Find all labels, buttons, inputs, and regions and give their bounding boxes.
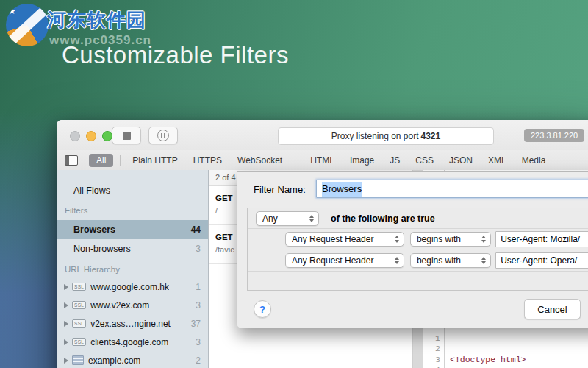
stop-button[interactable] (112, 127, 141, 144)
tab-websocket[interactable]: WebSocket (237, 155, 282, 166)
flow-count-badge: 44 (191, 224, 201, 235)
flow-count-badge: 3 (196, 337, 201, 347)
disclosure-triangle-icon[interactable] (64, 339, 68, 345)
tab-js[interactable]: JS (390, 155, 400, 166)
match-mode-row: Any of the following are true (248, 208, 588, 229)
pause-button[interactable] (148, 127, 178, 144)
sidebar-item-all-flows[interactable]: All Flows (57, 182, 208, 199)
tab-separator (120, 155, 121, 166)
host-label: www.google.com.hk (90, 282, 169, 292)
sidebar-host-row[interactable]: SSL v2ex.ass…ngine.net 37 (57, 314, 208, 333)
close-button[interactable] (70, 131, 80, 141)
host-label: clients4.google.com (90, 337, 168, 347)
rule-value-input[interactable]: User-Agent: Mozilla/ (495, 231, 588, 247)
filter-name-label: Filter Name: (254, 184, 306, 195)
star-icon: ★ (8, 6, 16, 16)
sidebar-host-row[interactable]: SSL clients4.google.com 3 (57, 333, 208, 351)
screenshot-stage: ★ 河东软件园 www.pc0359.cn Customizable Filte… (0, 0, 588, 368)
selected-text: Browsers (322, 182, 362, 197)
ip-address-badge: 223.3.81.220 (524, 129, 584, 142)
disclosure-triangle-icon[interactable] (64, 321, 68, 327)
tab-plain-http[interactable]: Plain HTTP (132, 155, 177, 166)
empty-rule-row (248, 272, 588, 290)
flow-count-badge: 2 (196, 355, 201, 366)
sidebar-item-label: Browsers (74, 224, 115, 235)
tab-xml[interactable]: XML (488, 155, 506, 166)
filter-name-input[interactable]: Browsers (316, 180, 588, 198)
pause-icon (157, 130, 169, 141)
sidebar-host-row[interactable]: SSL www.v2ex.com 3 (57, 296, 208, 314)
sidebar-item-non-browsers[interactable]: Non-browsers 3 (57, 239, 208, 258)
popup-stepper-icon (481, 236, 486, 243)
proxy-status-text: Proxy listening on port (331, 131, 419, 141)
host-list-icon (72, 355, 84, 365)
rule-value-input[interactable]: User-Agent: Opera/ (495, 252, 588, 269)
stop-icon (123, 132, 131, 140)
host-label: v2ex.ass…ngine.net (90, 319, 171, 329)
filter-tabs-bar: All Plain HTTP HTTPS WebSocket HTML Imag… (57, 150, 588, 171)
line-number: 2 (423, 344, 440, 354)
help-button[interactable]: ? (254, 300, 271, 318)
tab-image[interactable]: Image (350, 155, 374, 166)
flow-count-badge: 1 (196, 282, 201, 292)
watermark-logo-icon: ★ (6, 4, 49, 46)
ssl-badge: SSL (72, 338, 86, 346)
code-line: <!doctype html> (450, 355, 588, 365)
ssl-badge: SSL (72, 319, 86, 328)
match-mode-text: of the following are true (331, 213, 435, 224)
tab-css[interactable]: CSS (415, 155, 434, 166)
rule-row: Any Request Header begins with User-Agen… (248, 250, 588, 272)
page-title: Customizable Filters (62, 41, 289, 69)
rule-operator-popup[interactable]: begins with (410, 253, 491, 268)
disclosure-triangle-icon[interactable] (64, 358, 68, 364)
flow-count-badge: 37 (191, 319, 201, 329)
popup-stepper-icon (395, 257, 399, 264)
tab-separator (298, 155, 298, 166)
watermark-site-name: 河东软件园 (47, 7, 146, 33)
sidebar: All Flows Filters Browsers 44 Non-browse… (57, 170, 209, 368)
proxy-port: 4321 (421, 131, 441, 141)
sidebar-item-label: Non-browsers (74, 244, 131, 254)
line-number: 4 (423, 365, 440, 368)
sidebar-host-row[interactable]: example.com 2 (57, 351, 208, 368)
host-label: www.v2ex.com (90, 300, 149, 311)
host-label: example.com (88, 355, 140, 366)
disclosure-triangle-icon[interactable] (64, 284, 68, 290)
titlebar[interactable]: Proxy listening on port 4321 223.3.81.22… (57, 120, 588, 150)
flow-count-badge: 3 (196, 300, 201, 311)
rule-row: Any Request Header begins with User-Agen… (248, 229, 588, 250)
filter-edit-dialog: Filter Name: Browsers Any of the followi… (237, 171, 588, 328)
rule-operator-popup[interactable]: begins with (410, 232, 491, 247)
popup-stepper-icon (481, 257, 486, 264)
rule-field-popup[interactable]: Any Request Header (285, 232, 404, 247)
line-number: 3 (423, 355, 440, 365)
cancel-button[interactable]: Cancel (524, 299, 581, 319)
disclosure-triangle-icon[interactable] (64, 302, 68, 308)
minimize-button[interactable] (86, 131, 96, 141)
tab-media[interactable]: Media (522, 155, 546, 166)
popup-stepper-icon (309, 215, 314, 222)
ssl-badge: SSL (72, 283, 86, 291)
traffic-lights (70, 131, 112, 141)
ssl-badge: SSL (72, 301, 86, 309)
match-mode-popup[interactable]: Any (256, 211, 319, 226)
sidebar-section-filters: Filters (57, 205, 208, 216)
rules-groupbox: Any of the following are true Any Reques… (247, 208, 588, 291)
popup-stepper-icon (395, 236, 399, 243)
sidebar-host-row[interactable]: SSL www.google.com.hk 1 (57, 277, 208, 296)
proxy-status-field: Proxy listening on port 4321 (278, 127, 494, 145)
sidebar-toggle-icon[interactable] (65, 155, 78, 166)
zoom-button[interactable] (102, 131, 112, 141)
rule-field-popup[interactable]: Any Request Header (285, 253, 404, 268)
tab-all[interactable]: All (89, 154, 113, 167)
line-number: 1 (423, 333, 440, 344)
tab-https[interactable]: HTTPS (193, 155, 222, 166)
tab-html[interactable]: HTML (310, 155, 334, 166)
app-window: Proxy listening on port 4321 223.3.81.22… (57, 120, 588, 368)
sidebar-section-url-hierarchy: URL Hierarchy (57, 264, 208, 275)
sidebar-item-browsers[interactable]: Browsers 44 (57, 220, 208, 239)
flow-count-badge: 3 (196, 244, 201, 254)
tab-json[interactable]: JSON (449, 155, 473, 166)
